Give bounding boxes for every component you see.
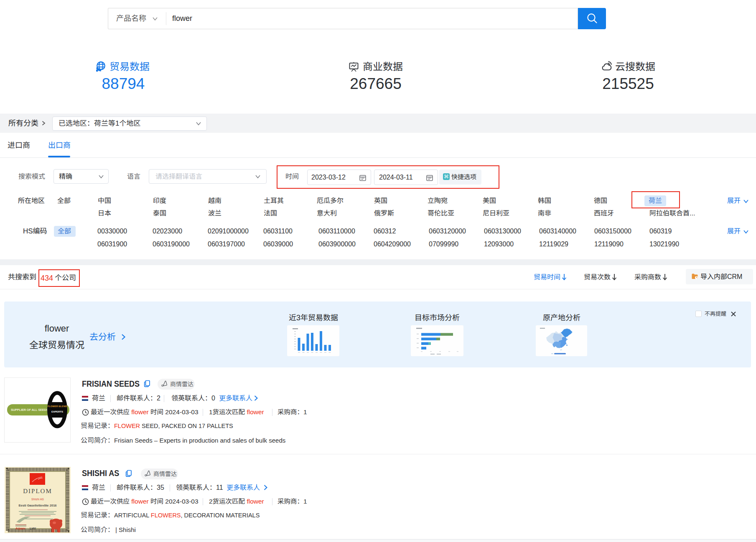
svg-text:LHV: LHV: [30, 527, 36, 530]
svg-text:Aripaev: Aripaev: [15, 527, 25, 530]
svg-text:DIPLOM: DIPLOM: [23, 488, 52, 494]
svg-text:Shishi AS: Shishi AS: [31, 498, 44, 501]
svg-text:FLOWER BLEND: FLOWER BLEND: [48, 405, 67, 408]
svg-text:Eesti Gasellettevõte 2016: Eesti Gasellettevõte 2016: [18, 504, 56, 507]
svg-text:EXPERTS: EXPERTS: [51, 410, 63, 413]
